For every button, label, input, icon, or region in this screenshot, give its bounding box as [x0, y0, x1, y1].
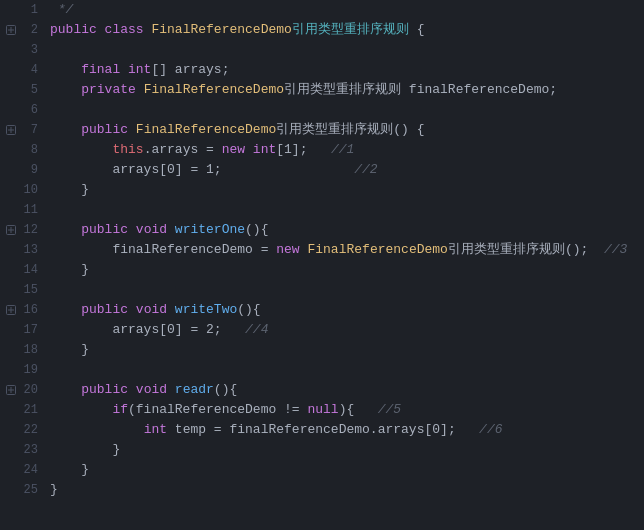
fold-icon[interactable]: [4, 125, 18, 135]
token: }: [50, 460, 89, 480]
line-number: 9: [18, 161, 42, 180]
token: arrays[0] = 2;: [50, 320, 245, 340]
code-line: finalReferenceDemo = new FinalReferenceD…: [50, 240, 644, 260]
gutter-row: 18: [4, 340, 46, 360]
code-line: [50, 360, 644, 380]
code-line: }: [50, 480, 644, 500]
line-number: 2: [18, 21, 42, 40]
line-number: 21: [18, 401, 42, 420]
gutter-row: 25: [4, 480, 46, 500]
gutter-row: 14: [4, 260, 46, 280]
token: public: [50, 120, 136, 140]
code-line: */: [50, 0, 644, 20]
token: this: [50, 140, 144, 160]
code-area: 1234567891011121314151617181920212223242…: [0, 0, 644, 530]
token: if: [50, 400, 128, 420]
token: [1];: [276, 140, 331, 160]
gutter-row: 8: [4, 140, 46, 160]
line-number: 8: [18, 141, 42, 160]
code-line: public void writerOne(){: [50, 220, 644, 240]
code-line: }: [50, 440, 644, 460]
line-number: 5: [18, 81, 42, 100]
token: int: [128, 60, 151, 80]
line-number: 16: [18, 301, 42, 320]
token: 引用类型重排序规则 finalReferenceDemo;: [284, 80, 557, 100]
gutter-row: 2: [4, 20, 46, 40]
line-number: 14: [18, 261, 42, 280]
token: public: [50, 20, 105, 40]
token: readr: [175, 380, 214, 400]
token: public: [50, 380, 136, 400]
token: class: [105, 20, 152, 40]
gutter-row: 3: [4, 40, 46, 60]
fold-icon[interactable]: [4, 305, 18, 315]
token: (finalReferenceDemo !=: [128, 400, 307, 420]
token: [222, 160, 355, 180]
token: (){: [237, 300, 260, 320]
token: (){: [214, 380, 237, 400]
line-number: 20: [18, 381, 42, 400]
code-editor[interactable]: 1234567891011121314151617181920212223242…: [0, 0, 644, 530]
gutter-row: 13: [4, 240, 46, 260]
gutter-row: 1: [4, 0, 46, 20]
token: FinalReferenceDemo: [136, 120, 276, 140]
gutter-row: 4: [4, 60, 46, 80]
token: 引用类型重排序规则: [448, 240, 565, 260]
token: 引用类型重排序规则: [292, 20, 417, 40]
gutter-row: 11: [4, 200, 46, 220]
line-number: 1: [18, 1, 42, 20]
code-line: final int[] arrays;: [50, 60, 644, 80]
gutter-row: 17: [4, 320, 46, 340]
token: }: [50, 340, 89, 360]
line-number: 18: [18, 341, 42, 360]
code-line: this.arrays = new int[1]; //1: [50, 140, 644, 160]
gutter-row: 21: [4, 400, 46, 420]
gutter-row: 23: [4, 440, 46, 460]
fold-icon[interactable]: [4, 225, 18, 235]
line-number: 17: [18, 321, 42, 340]
fold-icon[interactable]: [4, 25, 18, 35]
code-line: [50, 280, 644, 300]
line-number: 23: [18, 441, 42, 460]
code-line: [50, 200, 644, 220]
token: 引用类型重排序规则: [276, 120, 393, 140]
token: final: [50, 60, 128, 80]
code-line: }: [50, 260, 644, 280]
code-line: [50, 40, 644, 60]
gutter-row: 22: [4, 420, 46, 440]
token: writerOne: [175, 220, 245, 240]
line-number: 10: [18, 181, 42, 200]
token: null: [307, 400, 338, 420]
gutter-row: 9: [4, 160, 46, 180]
token: writeTwo: [175, 300, 237, 320]
gutter-row: 6: [4, 100, 46, 120]
token: (){: [245, 220, 268, 240]
code-line: }: [50, 180, 644, 200]
token: //4: [245, 320, 268, 340]
token: }: [50, 480, 58, 500]
token: new: [222, 140, 253, 160]
code-line: public FinalReferenceDemo引用类型重排序规则() {: [50, 120, 644, 140]
token: ){: [339, 400, 378, 420]
token: public: [50, 220, 136, 240]
token: new: [276, 240, 307, 260]
token: //5: [378, 400, 401, 420]
token: {: [417, 20, 425, 40]
token: finalReferenceDemo =: [50, 240, 276, 260]
gutter-row: 24: [4, 460, 46, 480]
token: arrays[0] = 1;: [50, 160, 222, 180]
line-number: 13: [18, 241, 42, 260]
line-number: 3: [18, 41, 42, 60]
token: int: [253, 140, 276, 160]
code-line: public void writeTwo(){: [50, 300, 644, 320]
token: .arrays =: [144, 140, 222, 160]
token: void: [136, 220, 175, 240]
line-number: 22: [18, 421, 42, 440]
code-line: if(finalReferenceDemo != null){ //5: [50, 400, 644, 420]
token: () {: [393, 120, 424, 140]
code-content: */public class FinalReferenceDemo引用类型重排序…: [42, 0, 644, 530]
code-line: arrays[0] = 1; //2: [50, 160, 644, 180]
line-number: 25: [18, 481, 42, 500]
token: }: [50, 260, 89, 280]
fold-icon[interactable]: [4, 385, 18, 395]
